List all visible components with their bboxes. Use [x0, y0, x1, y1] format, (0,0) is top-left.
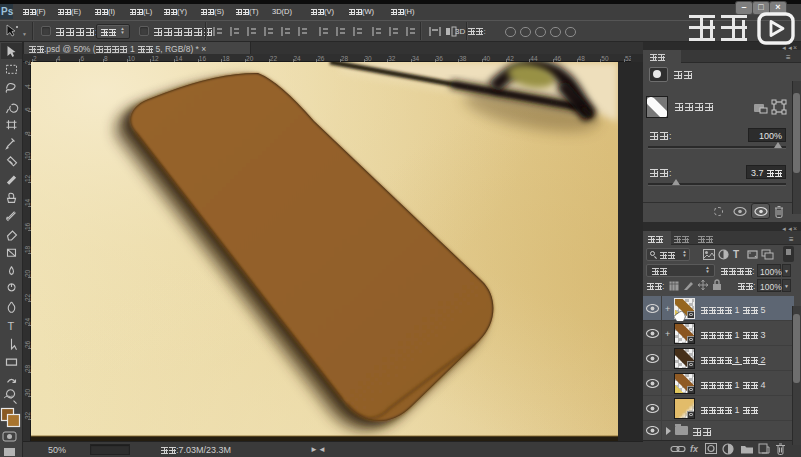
svg-text:T: T: [8, 320, 15, 332]
